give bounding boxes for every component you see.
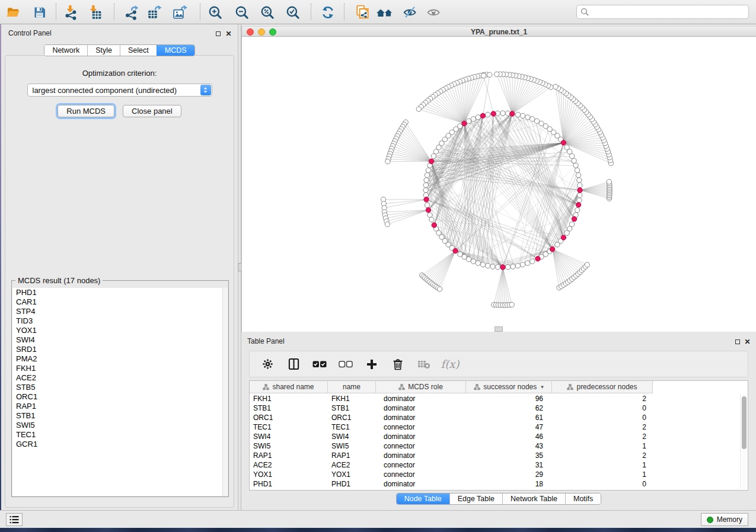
network-node[interactable] xyxy=(534,118,539,123)
network-node[interactable] xyxy=(476,115,480,120)
cell-name[interactable]: TEC1 xyxy=(328,423,376,431)
table-row[interactable]: STB1STB1dominator620 xyxy=(250,403,739,413)
table-row[interactable]: FKH1FKH1dominator962 xyxy=(250,394,739,403)
table-row[interactable]: YOX1YOX1connector291 xyxy=(250,470,739,479)
cell-successor-nodes[interactable]: 46 xyxy=(466,432,552,441)
network-hub-node[interactable] xyxy=(510,111,515,116)
network-node[interactable] xyxy=(530,117,535,121)
network-node[interactable] xyxy=(423,182,428,187)
import-network-button[interactable] xyxy=(62,3,81,21)
cell-name[interactable]: STB1 xyxy=(328,404,376,412)
network-node[interactable] xyxy=(520,262,525,267)
cell-MCDS-role[interactable]: connector xyxy=(376,442,466,450)
cell-shared-name[interactable]: STB1 xyxy=(250,404,328,412)
zoom-selected-button[interactable] xyxy=(283,3,302,21)
table-row[interactable]: SWI4SWI4dominator462 xyxy=(250,432,739,441)
table-row[interactable]: SWI5SWI5connector431 xyxy=(250,441,739,451)
table-row[interactable]: ORC1ORC1dominator610 xyxy=(250,413,739,422)
deselect-all-columns-button[interactable] xyxy=(338,355,353,373)
cell-successor-nodes[interactable]: 96 xyxy=(466,395,552,403)
cell-successor-nodes[interactable]: 31 xyxy=(466,461,552,469)
tab-motifs[interactable]: Motifs xyxy=(565,493,601,504)
tab-edge-table[interactable]: Edge Table xyxy=(449,493,502,504)
column-header-MCDS-role[interactable]: MCDS role xyxy=(376,381,466,393)
network-node[interactable] xyxy=(471,117,476,121)
column-header-shared-name[interactable]: shared name xyxy=(250,381,328,393)
network-node[interactable] xyxy=(525,261,530,265)
hide-selected-button[interactable] xyxy=(401,3,420,21)
network-node[interactable] xyxy=(500,111,505,116)
cell-successor-nodes[interactable]: 62 xyxy=(466,404,552,412)
network-leaf-node[interactable] xyxy=(509,302,514,307)
network-node[interactable] xyxy=(515,263,520,268)
table-row[interactable]: ACE2ACE2connector311 xyxy=(250,460,739,470)
network-node[interactable] xyxy=(511,264,515,269)
network-hub-node[interactable] xyxy=(424,197,429,202)
network-leaf-node[interactable] xyxy=(607,180,611,184)
network-hub-node[interactable] xyxy=(462,121,467,126)
close-panel-button[interactable]: ✕ xyxy=(225,30,232,37)
float-table-panel-button[interactable] xyxy=(734,338,741,345)
table-row[interactable]: RAP1RAP1dominator352 xyxy=(250,451,739,460)
create-column-button[interactable] xyxy=(364,355,379,373)
network-window-titlebar[interactable]: YPA_prune.txt_1 xyxy=(242,26,756,37)
mcds-result-list[interactable]: PHD1CAR1STP4TID3YOX1SWI4SRD1PMA2FKH1ACE2… xyxy=(12,288,228,496)
network-hub-node[interactable] xyxy=(429,159,433,164)
network-node[interactable] xyxy=(471,259,476,264)
cell-shared-name[interactable]: TEC1 xyxy=(250,423,328,431)
cell-predecessor-nodes[interactable]: 2 xyxy=(552,395,653,403)
cell-shared-name[interactable]: ORC1 xyxy=(250,414,328,422)
cell-name[interactable]: SWI5 xyxy=(328,442,376,450)
cell-predecessor-nodes[interactable]: 1 xyxy=(552,470,653,479)
cell-MCDS-role[interactable]: dominator xyxy=(376,480,466,488)
network-hub-node[interactable] xyxy=(426,207,430,212)
network-node[interactable] xyxy=(431,153,436,158)
network-leaf-node[interactable] xyxy=(437,287,442,291)
network-node[interactable] xyxy=(425,172,429,177)
import-table-button[interactable] xyxy=(85,3,104,21)
network-node[interactable] xyxy=(577,198,582,203)
cell-name[interactable]: ORC1 xyxy=(328,414,376,422)
table-scrollbar-thumb[interactable] xyxy=(742,396,747,449)
tab-select[interactable]: Select xyxy=(120,45,157,56)
network-node[interactable] xyxy=(480,262,485,267)
network-node[interactable] xyxy=(485,263,490,268)
network-node[interactable] xyxy=(569,222,574,226)
cell-MCDS-role[interactable]: connector xyxy=(376,461,466,469)
cell-shared-name[interactable]: YOX1 xyxy=(250,470,328,479)
cell-name[interactable]: SWI4 xyxy=(328,432,376,441)
column-header-predecessor-nodes[interactable]: predecessor nodes xyxy=(552,381,653,393)
select-all-columns-button[interactable] xyxy=(312,355,327,373)
network-node[interactable] xyxy=(525,115,530,120)
export-network-button[interactable] xyxy=(122,3,141,21)
column-header-name[interactable]: name xyxy=(328,381,376,393)
close-mcds-panel-button[interactable]: Close panel xyxy=(123,105,181,117)
clone-network-button[interactable] xyxy=(353,3,372,21)
cell-shared-name[interactable]: PHD1 xyxy=(250,480,328,488)
cell-name[interactable]: YOX1 xyxy=(328,470,376,479)
cell-MCDS-role[interactable]: dominator xyxy=(376,451,466,460)
network-leaf-node[interactable] xyxy=(585,262,589,267)
cell-MCDS-role[interactable]: dominator xyxy=(376,404,466,412)
cell-name[interactable]: PHD1 xyxy=(328,480,376,488)
cell-predecessor-nodes[interactable]: 1 xyxy=(552,442,653,450)
network-node[interactable] xyxy=(476,261,480,265)
network-node[interactable] xyxy=(425,203,429,207)
close-table-panel-button[interactable]: ✕ xyxy=(744,338,751,345)
network-node[interactable] xyxy=(578,182,582,187)
table-settings-button[interactable] xyxy=(260,355,275,373)
horizontal-splitter-handle[interactable] xyxy=(495,326,503,332)
network-node[interactable] xyxy=(573,163,578,168)
cell-predecessor-nodes[interactable]: 0 xyxy=(552,404,653,412)
refresh-view-button[interactable] xyxy=(318,3,337,21)
cell-predecessor-nodes[interactable]: 2 xyxy=(552,423,653,431)
network-hub-node[interactable] xyxy=(500,265,505,270)
criterion-select[interactable]: largest connected component (undirected) xyxy=(27,84,212,97)
table-scrollbar[interactable] xyxy=(740,394,747,489)
network-leaf-node[interactable] xyxy=(553,84,558,89)
network-hub-node[interactable] xyxy=(578,188,582,193)
network-node[interactable] xyxy=(428,213,432,217)
cell-shared-name[interactable]: FKH1 xyxy=(250,395,328,403)
cell-shared-name[interactable]: ACE2 xyxy=(250,461,328,469)
network-node[interactable] xyxy=(423,188,428,193)
